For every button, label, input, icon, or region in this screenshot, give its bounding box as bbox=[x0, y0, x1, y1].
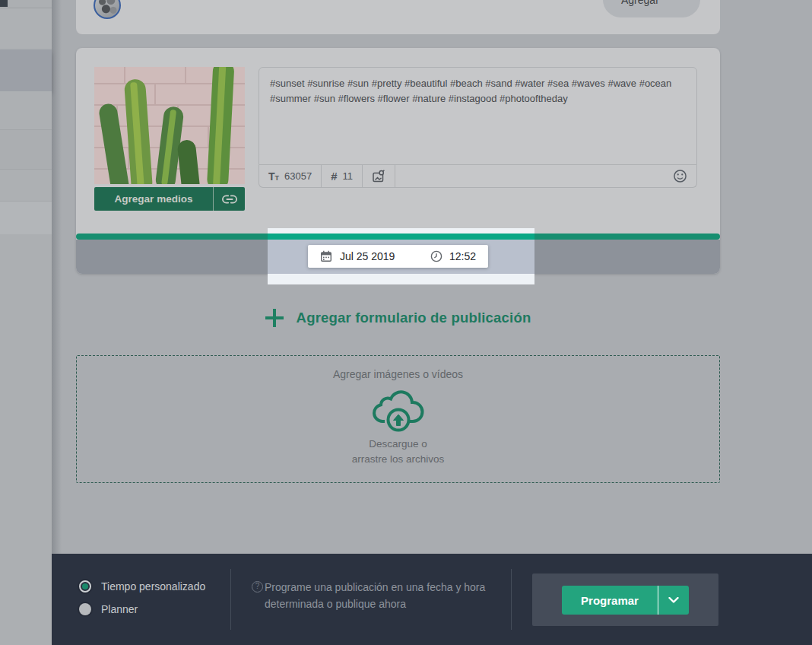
dropzone-hint-line1: Descargue o bbox=[77, 437, 719, 452]
radio-selected-icon bbox=[79, 580, 91, 593]
add-media-button[interactable]: Agregar medios bbox=[94, 187, 245, 211]
add-post-form-link[interactable]: Agregar formulario de publicación bbox=[76, 303, 720, 333]
add-media-label: Agregar medios bbox=[94, 187, 213, 211]
radio-unselected-icon bbox=[79, 603, 91, 615]
hashtag-count-segment: # 11 bbox=[321, 165, 363, 188]
sidebar-item[interactable] bbox=[0, 201, 52, 234]
caption-toolbar: TT 63057 # 11 bbox=[259, 165, 697, 188]
cactus-photo bbox=[94, 67, 245, 184]
add-post-form-label: Agregar formulario de publicación bbox=[297, 310, 531, 326]
help-question-icon[interactable]: ? bbox=[252, 581, 263, 593]
add-account-button[interactable]: Agregar bbox=[603, 0, 700, 17]
image-search-icon bbox=[372, 170, 385, 183]
calendar-icon bbox=[320, 250, 332, 262]
sidebar-item[interactable] bbox=[0, 129, 52, 169]
dropzone-title: Agregar imágenes o vídeos bbox=[77, 368, 719, 380]
left-sidebar bbox=[0, 0, 52, 645]
emoji-segment bbox=[395, 165, 697, 188]
schedule-help: ? Programe una publicación en una fecha … bbox=[252, 579, 509, 612]
radio-custom-time[interactable]: Tiempo personalizado bbox=[79, 580, 205, 593]
radio-planner-label: Planner bbox=[101, 603, 138, 615]
schedule-options-button[interactable] bbox=[658, 586, 689, 615]
primary-action-panel: Programar bbox=[532, 574, 718, 626]
plus-icon bbox=[265, 309, 284, 327]
clock-icon bbox=[430, 250, 442, 262]
sidebar-item-active[interactable] bbox=[0, 49, 52, 91]
chevron-down-icon bbox=[668, 597, 679, 603]
radio-planner[interactable]: Planner bbox=[79, 603, 205, 615]
footer-divider bbox=[230, 569, 231, 630]
schedule-progress-bar bbox=[76, 234, 720, 240]
time-value[interactable]: 12:52 bbox=[449, 250, 476, 262]
hashtag-icon: # bbox=[331, 170, 337, 183]
hashtag-count-value: 11 bbox=[343, 170, 354, 182]
dropzone-hint-line2: arrastre los archivos bbox=[77, 452, 719, 467]
caption-input[interactable]: #sunset #sunrise #sun #pretty #beautiful… bbox=[259, 67, 697, 165]
media-dropzone[interactable]: Agregar imágenes o vídeos Descargue o ar… bbox=[76, 355, 720, 483]
cloud-upload-icon bbox=[371, 385, 426, 435]
char-count-value: 63057 bbox=[284, 170, 312, 182]
image-search-segment[interactable] bbox=[362, 165, 395, 188]
time-mode-radio-group: Tiempo personalizado Planner bbox=[79, 580, 205, 615]
attach-link-button[interactable] bbox=[214, 187, 245, 211]
add-account-label: Agregar bbox=[603, 0, 659, 6]
link-icon bbox=[222, 195, 237, 204]
sidebar-corner bbox=[0, 0, 8, 7]
sidebar-item[interactable] bbox=[0, 169, 52, 201]
sidebar-item[interactable] bbox=[0, 8, 52, 49]
schedule-button[interactable]: Programar bbox=[562, 586, 689, 615]
account-avatar[interactable] bbox=[94, 0, 121, 19]
text-count-icon: TT bbox=[268, 170, 279, 183]
sidebar-item[interactable] bbox=[0, 91, 52, 129]
emoji-smiley-icon[interactable] bbox=[673, 169, 687, 183]
schedule-button-label: Programar bbox=[562, 586, 658, 615]
footer-divider bbox=[511, 569, 512, 630]
schedule-help-text: Programe una publicación en una fecha y … bbox=[265, 579, 509, 612]
radio-custom-time-label: Tiempo personalizado bbox=[101, 580, 205, 593]
post-compose-card: Agregar medios #sunset #sunrise #sun #pr… bbox=[76, 48, 720, 274]
schedule-footer-bar: Tiempo personalizado Planner ? Programe … bbox=[52, 554, 812, 645]
sidebar-shadow bbox=[52, 0, 62, 554]
post-media-thumbnail[interactable] bbox=[94, 67, 245, 184]
account-card: Agregar bbox=[76, 0, 720, 34]
datetime-picker[interactable]: Jul 25 2019 12:52 bbox=[308, 245, 488, 268]
char-count-segment: TT 63057 bbox=[259, 165, 322, 188]
date-value[interactable]: Jul 25 2019 bbox=[340, 250, 395, 262]
